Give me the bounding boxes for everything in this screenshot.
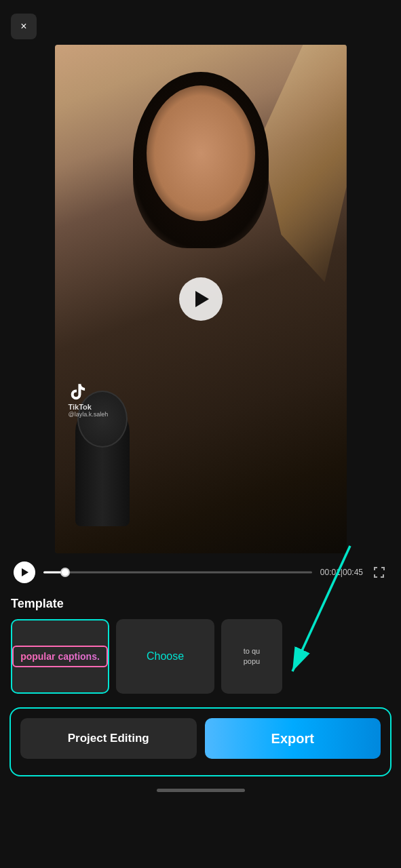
project-editing-button[interactable]: Project Editing bbox=[20, 718, 197, 759]
person-face bbox=[147, 85, 255, 221]
play-icon bbox=[22, 568, 28, 576]
close-row: × bbox=[11, 12, 390, 39]
template-label: Template bbox=[11, 597, 390, 611]
template-card-third[interactable]: to qu popu bbox=[221, 619, 282, 694]
scrubber[interactable] bbox=[43, 566, 312, 579]
popular-captions-text: popular captions. bbox=[12, 646, 108, 667]
time-display: 00:01|00:45 bbox=[320, 568, 363, 577]
bottom-action-bar: Project Editing Export bbox=[9, 707, 392, 776]
top-section: × TikTok @layla.k.saleh bbox=[0, 0, 401, 553]
template-cards: popular captions. Choose to qu popu bbox=[11, 619, 390, 694]
tiktok-watermark: TikTok @layla.k.saleh bbox=[69, 382, 109, 418]
tiktok-logo-icon bbox=[69, 382, 88, 401]
video-thumbnail[interactable]: TikTok @layla.k.saleh bbox=[55, 45, 347, 553]
third-card-text: to qu popu bbox=[238, 641, 265, 673]
scrubber-thumb[interactable] bbox=[60, 568, 70, 577]
video-bg: TikTok @layla.k.saleh bbox=[55, 45, 347, 553]
fullscreen-icon bbox=[373, 566, 386, 579]
scrubber-track bbox=[43, 572, 312, 574]
play-button[interactable] bbox=[179, 277, 223, 321]
export-button[interactable]: Export bbox=[205, 718, 381, 759]
video-controls: 00:01|00:45 bbox=[0, 553, 401, 591]
main-wrapper: × TikTok @layla.k.saleh bbox=[0, 0, 401, 802]
microphone-prop bbox=[75, 404, 130, 526]
close-button[interactable]: × bbox=[11, 14, 37, 39]
template-card-choose[interactable]: Choose bbox=[116, 619, 214, 694]
template-card-popular[interactable]: popular captions. bbox=[11, 619, 109, 694]
tiktok-brand-text: TikTok bbox=[69, 403, 92, 411]
play-triangle-icon bbox=[195, 291, 209, 307]
fullscreen-button[interactable] bbox=[371, 564, 387, 580]
choose-text: Choose bbox=[147, 650, 184, 663]
template-section: Template popular captions. Choose to qu … bbox=[0, 591, 401, 702]
play-pause-button[interactable] bbox=[14, 561, 35, 583]
tiktok-handle-text: @layla.k.saleh bbox=[69, 411, 109, 418]
home-indicator bbox=[157, 789, 245, 792]
